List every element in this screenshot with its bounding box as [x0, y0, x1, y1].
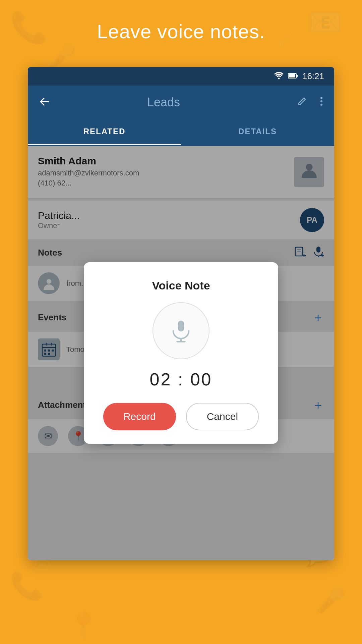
- svg-point-0: [278, 77, 280, 79]
- back-button[interactable]: [36, 92, 53, 113]
- app-bar: Leads: [28, 86, 334, 119]
- svg-rect-2: [289, 74, 295, 77]
- tabs-bar: RELATED DETAILS: [28, 119, 334, 146]
- svg-point-4: [320, 97, 322, 99]
- voice-note-dialog: Voice Note 02 : 00 Record Cancel: [84, 262, 278, 444]
- cancel-button[interactable]: Cancel: [186, 403, 259, 430]
- voice-note-timer: 02 : 00: [149, 369, 212, 389]
- edit-icon[interactable]: [294, 93, 310, 112]
- battery-icon: [288, 72, 298, 81]
- svg-rect-3: [297, 75, 298, 77]
- phone-frame: 16:21 Leads RELATED DETAILS: [28, 67, 334, 560]
- mic-button[interactable]: [153, 302, 209, 359]
- wifi-icon: [274, 72, 284, 81]
- dialog-buttons: Record Cancel: [103, 403, 259, 430]
- status-bar: 16:21: [28, 67, 334, 86]
- app-bar-title: Leads: [60, 95, 267, 109]
- status-time: 16:21: [302, 71, 324, 82]
- svg-point-6: [320, 104, 322, 106]
- svg-point-5: [320, 100, 322, 102]
- page-header-text: Leave voice notes.: [0, 20, 362, 43]
- dialog-title: Voice Note: [152, 279, 210, 292]
- more-options-icon[interactable]: [317, 93, 326, 112]
- svg-rect-27: [178, 321, 184, 332]
- tab-details[interactable]: DETAILS: [181, 119, 334, 145]
- record-button[interactable]: Record: [103, 403, 176, 430]
- tab-related[interactable]: RELATED: [28, 119, 181, 145]
- content-area: Smith Adam adamsmith@zvlkermotors.com (4…: [28, 146, 334, 560]
- dialog-overlay: Voice Note 02 : 00 Record Cancel: [28, 146, 334, 560]
